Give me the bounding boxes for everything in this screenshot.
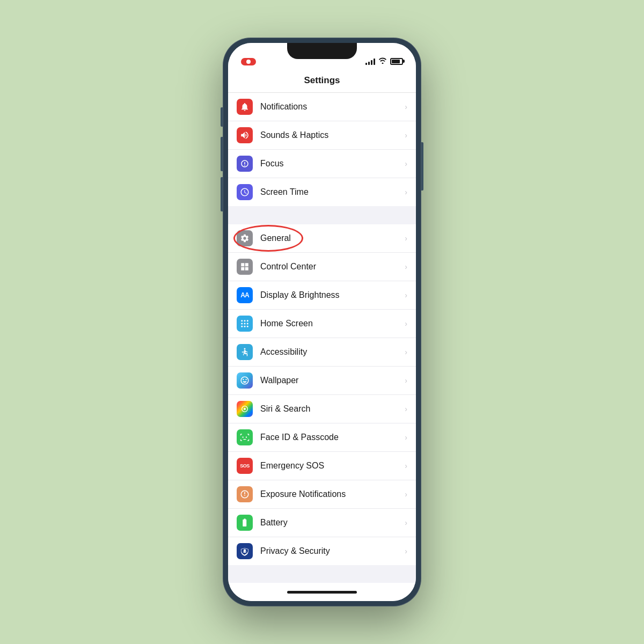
settings-item-control-center[interactable]: Control Center › xyxy=(228,253,416,281)
settings-group-1: Notifications › Sounds & Haptics › xyxy=(228,93,416,206)
privacy-icon xyxy=(237,543,253,559)
signal-icon xyxy=(365,57,375,65)
home-bar xyxy=(228,583,416,601)
record-dot xyxy=(246,60,251,64)
exposure-chevron: › xyxy=(405,490,407,499)
sounds-chevron: › xyxy=(405,131,407,140)
screen-time-label: Screen Time xyxy=(260,187,405,197)
siri-icon xyxy=(237,401,253,417)
settings-item-screen-time[interactable]: Screen Time › xyxy=(228,178,416,206)
emergency-sos-chevron: › xyxy=(405,462,407,470)
emergency-sos-label: Emergency SOS xyxy=(260,461,405,471)
notifications-icon xyxy=(237,99,253,115)
settings-item-display[interactable]: AA Display & Brightness › xyxy=(228,281,416,310)
wifi-icon xyxy=(378,57,387,65)
settings-item-sounds[interactable]: Sounds & Haptics › xyxy=(228,121,416,150)
settings-item-battery[interactable]: Battery › xyxy=(228,509,416,537)
home-screen-chevron: › xyxy=(405,319,407,328)
svg-point-3 xyxy=(241,323,243,325)
settings-item-home-screen[interactable]: Home Screen › xyxy=(228,310,416,338)
general-label: General xyxy=(260,233,405,243)
svg-point-2 xyxy=(247,320,248,321)
settings-item-wallpaper[interactable]: Wallpaper › xyxy=(228,367,416,395)
battery-chevron: › xyxy=(405,518,407,527)
wallpaper-chevron: › xyxy=(405,376,407,385)
notifications-chevron: › xyxy=(405,103,407,111)
screen-time-chevron: › xyxy=(405,188,407,196)
faceid-label: Face ID & Passcode xyxy=(260,433,405,442)
emergency-sos-icon: SOS xyxy=(237,458,253,474)
svg-point-7 xyxy=(244,326,246,327)
status-left xyxy=(241,58,256,65)
svg-point-5 xyxy=(247,323,248,325)
page-title: Settings xyxy=(304,75,340,85)
battery-label: Battery xyxy=(260,518,405,528)
privacy-chevron: › xyxy=(405,547,407,555)
status-bar xyxy=(228,43,416,70)
wallpaper-label: Wallpaper xyxy=(260,376,405,385)
settings-group-2: General › Control Center › AA xyxy=(228,224,416,565)
battery-icon xyxy=(390,58,403,65)
settings-item-general[interactable]: General › xyxy=(228,224,416,253)
focus-icon xyxy=(237,156,253,172)
notch xyxy=(287,43,357,59)
display-chevron: › xyxy=(405,291,407,299)
faceid-chevron: › xyxy=(405,433,407,442)
mute-button[interactable] xyxy=(221,107,223,127)
settings-item-privacy[interactable]: Privacy & Security › xyxy=(228,537,416,565)
status-right xyxy=(365,57,403,65)
home-screen-label: Home Screen xyxy=(260,319,405,328)
accessibility-label: Accessibility xyxy=(260,347,405,357)
sounds-icon xyxy=(237,127,253,143)
svg-point-0 xyxy=(241,320,243,321)
home-bar-indicator xyxy=(287,591,357,594)
screen-time-icon xyxy=(237,184,253,200)
focus-label: Focus xyxy=(260,159,405,169)
settings-list[interactable]: Notifications › Sounds & Haptics › xyxy=(228,93,416,583)
siri-chevron: › xyxy=(405,405,407,413)
control-center-label: Control Center xyxy=(260,262,405,272)
svg-point-11 xyxy=(244,408,246,410)
settings-item-faceid[interactable]: Face ID & Passcode › xyxy=(228,423,416,452)
power-button[interactable] xyxy=(421,142,423,191)
settings-item-notifications[interactable]: Notifications › xyxy=(228,93,416,121)
settings-item-siri[interactable]: Siri & Search › xyxy=(228,395,416,423)
battery-settings-icon xyxy=(237,515,253,531)
sounds-label: Sounds & Haptics xyxy=(260,130,405,140)
separator-1 xyxy=(228,206,416,224)
notifications-label: Notifications xyxy=(260,102,405,112)
settings-item-exposure[interactable]: Exposure Notifications › xyxy=(228,480,416,509)
svg-point-6 xyxy=(241,326,243,327)
siri-label: Siri & Search xyxy=(260,404,405,414)
accessibility-chevron: › xyxy=(405,348,407,356)
display-label: Display & Brightness xyxy=(260,290,405,300)
wallpaper-icon xyxy=(237,372,253,389)
general-chevron: › xyxy=(405,234,407,243)
settings-item-focus[interactable]: Focus › xyxy=(228,150,416,178)
phone-screen: Settings Notifications › xyxy=(228,43,416,601)
svg-point-8 xyxy=(247,326,248,327)
settings-item-accessibility[interactable]: Accessibility › xyxy=(228,338,416,367)
record-indicator xyxy=(241,58,256,65)
phone-frame: Settings Notifications › xyxy=(223,38,421,606)
volume-down-button[interactable] xyxy=(221,177,223,211)
control-center-icon xyxy=(237,259,253,275)
volume-up-button[interactable] xyxy=(221,137,223,171)
home-screen-icon xyxy=(237,316,253,332)
faceid-icon xyxy=(237,429,253,445)
svg-point-4 xyxy=(244,323,246,325)
accessibility-icon xyxy=(237,344,253,360)
navigation-bar: Settings xyxy=(228,70,416,93)
privacy-label: Privacy & Security xyxy=(260,546,405,556)
separator-2 xyxy=(228,565,416,583)
focus-chevron: › xyxy=(405,159,407,168)
control-center-chevron: › xyxy=(405,262,407,271)
general-icon xyxy=(237,230,253,246)
svg-point-9 xyxy=(244,348,246,350)
settings-item-emergency-sos[interactable]: SOS Emergency SOS › xyxy=(228,452,416,480)
display-icon: AA xyxy=(237,287,253,303)
exposure-icon xyxy=(237,486,253,502)
svg-point-1 xyxy=(244,320,246,321)
exposure-label: Exposure Notifications xyxy=(260,489,405,499)
